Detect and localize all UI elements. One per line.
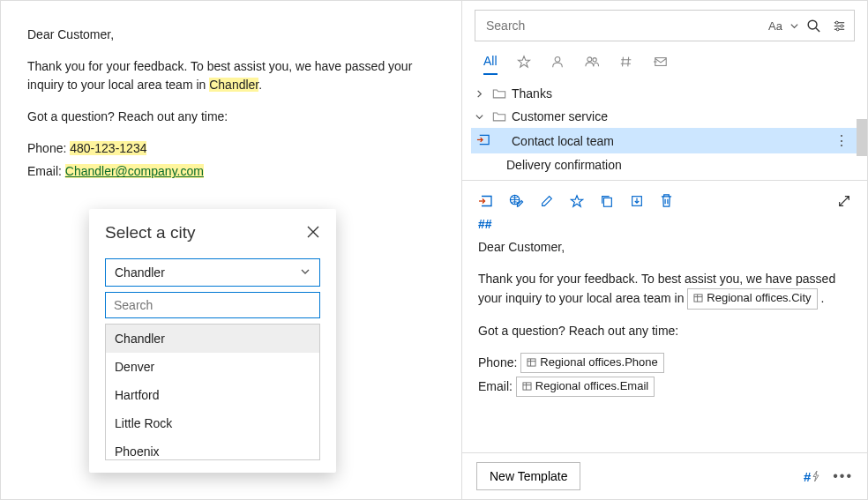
search-icon[interactable] <box>806 19 821 34</box>
city-search-input[interactable] <box>114 298 311 312</box>
filter-tabs: All <box>462 41 867 75</box>
tree-folder-customer-service[interactable]: Customer service <box>471 105 862 128</box>
city-option[interactable]: Chandler <box>106 325 319 353</box>
email-greeting: Dear Customer, <box>27 26 435 43</box>
chevron-down-icon[interactable] <box>789 21 799 31</box>
svg-rect-13 <box>523 383 531 390</box>
more-menu-icon[interactable]: ••• <box>833 468 853 484</box>
edit-pencil-icon[interactable] <box>540 194 554 208</box>
hash-lightning-icon[interactable]: # <box>804 469 820 484</box>
tab-star-icon[interactable] <box>517 55 531 74</box>
preview-question: Got a question? Reach out any time: <box>478 322 851 341</box>
tree-folder-thanks[interactable]: Thanks <box>471 82 862 105</box>
city-option[interactable]: Hartford <box>106 381 319 409</box>
select-city-popup: Select a city Chandler Chandler Denver H… <box>89 209 336 473</box>
tab-person-icon[interactable] <box>550 55 565 74</box>
svg-point-1 <box>835 21 838 24</box>
search-input[interactable] <box>483 14 761 37</box>
folder-icon <box>492 87 506 100</box>
city-option[interactable]: Phoenix <box>106 437 319 460</box>
city-option[interactable]: Denver <box>106 353 319 381</box>
chevron-down-icon <box>300 265 311 280</box>
hash-indicator: ## <box>462 217 867 238</box>
preview-greeting: Dear Customer, <box>478 238 851 257</box>
email-preview-pane: Dear Customer, Thank you for your feedba… <box>1 1 461 499</box>
city-select[interactable]: Chandler <box>105 258 320 287</box>
svg-point-0 <box>808 20 817 29</box>
highlight-email: Chandler@company.com <box>65 164 204 178</box>
insert-icon[interactable] <box>478 194 493 208</box>
svg-rect-12 <box>528 359 535 366</box>
svg-point-6 <box>593 58 596 62</box>
copy-icon[interactable] <box>600 194 614 208</box>
city-select-value: Chandler <box>115 265 165 280</box>
preview-email: Email: Regional offices.Email <box>478 377 851 397</box>
tab-mail-icon[interactable] <box>653 55 669 74</box>
new-template-button[interactable]: New Template <box>476 462 580 490</box>
chevron-down-icon <box>475 112 487 122</box>
tree-label: Customer service <box>512 109 608 123</box>
tab-hash-icon[interactable] <box>619 55 633 74</box>
tab-people-icon[interactable] <box>584 55 600 74</box>
template-preview: Dear Customer, Thank you for your feedba… <box>462 238 867 452</box>
more-icon[interactable]: ⋮ <box>834 132 849 149</box>
globe-pen-icon[interactable] <box>509 193 524 208</box>
tree-item-delivery-confirmation[interactable]: Delivery confirmation <box>471 153 862 176</box>
city-options-list[interactable]: Chandler Denver Hartford Little Rock Pho… <box>105 324 320 460</box>
tree-item-contact-local-team[interactable]: Contact local team ⋮ <box>471 128 862 153</box>
close-icon[interactable] <box>306 225 320 242</box>
svg-rect-7 <box>655 58 665 66</box>
footer: New Template # ••• <box>462 452 867 499</box>
dataset-token-email[interactable]: Regional offices.Email <box>516 377 655 397</box>
chevron-right-icon <box>475 89 487 99</box>
preview-body: Thank you for your feedback. To best ass… <box>478 270 851 310</box>
city-option[interactable]: Little Rock <box>106 409 319 437</box>
svg-point-3 <box>836 27 839 30</box>
star-icon[interactable] <box>570 194 584 208</box>
dataset-token-phone[interactable]: Regional offices.Phone <box>520 353 663 373</box>
svg-point-2 <box>841 24 843 26</box>
svg-rect-9 <box>603 198 611 206</box>
tree-label: Contact local team <box>512 134 614 148</box>
trash-icon[interactable] <box>660 193 673 208</box>
email-thanks: Thank you for your feedback. To best ass… <box>27 57 435 93</box>
settings-sliders-icon[interactable] <box>832 19 847 34</box>
tree-scrollbar[interactable] <box>857 75 867 180</box>
tab-all[interactable]: All <box>483 54 498 75</box>
search-bar[interactable]: Aa <box>475 10 855 41</box>
svg-point-5 <box>587 57 591 62</box>
city-search-box[interactable] <box>105 292 320 318</box>
template-toolbar <box>462 180 867 217</box>
popup-title: Select a city <box>105 223 195 243</box>
preview-phone: Phone: Regional offices.Phone <box>478 353 851 373</box>
folder-icon <box>492 110 506 123</box>
dataset-token-city[interactable]: Regional offices.City <box>687 288 817 309</box>
email-email: Email: Chandler@company.com <box>27 162 435 180</box>
tree-label: Thanks <box>512 86 552 101</box>
template-tree: Thanks Customer service Contact local te… <box>462 75 867 180</box>
email-phone: Phone: 480-123-1234 <box>27 139 435 157</box>
highlight-city: Chandler <box>209 78 258 92</box>
insert-template-icon <box>476 133 490 149</box>
download-icon[interactable] <box>630 194 644 208</box>
expand-icon[interactable] <box>837 194 851 208</box>
svg-point-4 <box>555 56 560 62</box>
font-size-label[interactable]: Aa <box>768 19 782 33</box>
tree-label: Delivery confirmation <box>506 158 622 172</box>
highlight-phone: 480-123-1234 <box>70 141 146 155</box>
templates-pane: Aa All Thanks Cust <box>461 1 867 499</box>
email-question: Got a question? Reach out any time: <box>27 108 435 125</box>
svg-rect-11 <box>694 295 702 302</box>
